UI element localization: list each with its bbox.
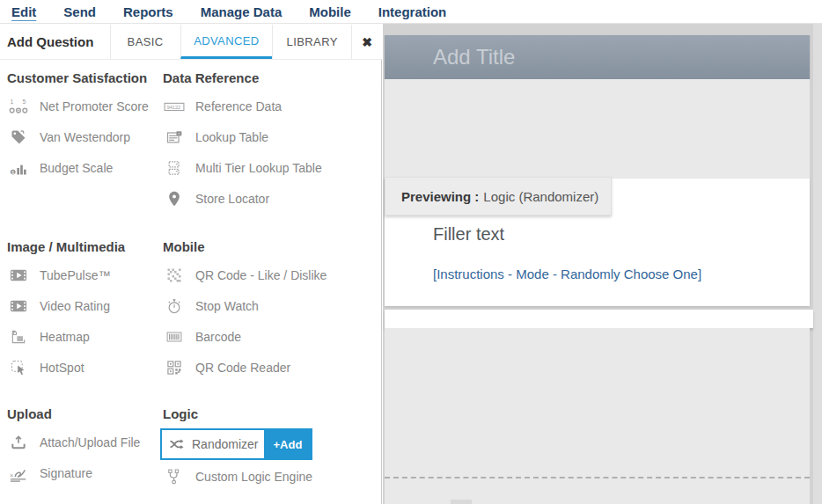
barcode-icon [163, 328, 186, 346]
next-block-strip [385, 310, 813, 328]
item-label: Budget Scale [40, 161, 113, 175]
item-label: Heatmap [40, 330, 90, 344]
tab-advanced[interactable]: ADVANCED [180, 25, 273, 59]
item-label: QR Code - Like / Dislike [195, 268, 327, 282]
reference-data-icon: 94122 [163, 98, 186, 115]
survey-title-bar[interactable]: Add Title [385, 35, 810, 79]
item-attach-upload-file[interactable]: Attach/Upload File [7, 427, 140, 457]
item-stop-watch[interactable]: Stop Watch [163, 290, 327, 321]
page-break-divider [385, 477, 810, 478]
item-label: HotSpot [40, 361, 84, 375]
item-label: Video Rating [40, 299, 110, 313]
top-nav: Edit Send Reports Manage Data Mobile Int… [0, 0, 822, 24]
item-barcode[interactable]: Barcode [163, 321, 327, 352]
item-lookup-table[interactable]: Lookup Table [163, 121, 322, 152]
item-label: Stop Watch [195, 299, 259, 313]
item-label: QR Code Reader [195, 361, 290, 375]
section-data-reference: Data Reference 94122 Reference Data [163, 70, 322, 214]
item-label: Van Westendorp [40, 130, 130, 144]
add-button[interactable]: +Add [264, 430, 311, 458]
qr-code-icon [163, 267, 186, 284]
nav-item-mobile[interactable]: Mobile [309, 4, 351, 19]
nav-item-reports[interactable]: Reports [123, 4, 173, 19]
svg-text:1: 1 [10, 99, 13, 105]
qr-reader-icon [163, 359, 186, 376]
previewing-label: Previewing : [401, 189, 479, 204]
close-icon[interactable]: ✖ [351, 25, 382, 59]
item-multi-tier-lookup-table[interactable]: Multi Tier Lookup Table [163, 152, 322, 183]
item-signature[interactable]: × Signature [7, 457, 140, 488]
section-customer-satisfaction: Customer Satisfaction 1 5 Net Promoter S… [7, 70, 149, 183]
item-qr-code-like-dislike[interactable]: QR Code - Like / Dislike [163, 259, 327, 290]
section-title: Customer Satisfaction [7, 70, 149, 85]
panel-title: Add Question [0, 25, 110, 59]
nav-item-integration[interactable]: Integration [378, 4, 447, 19]
item-budget-scale[interactable]: $ Budget Scale [7, 152, 149, 183]
scrollbar-track[interactable] [813, 24, 822, 504]
svg-text:94122: 94122 [167, 104, 180, 109]
item-reference-data[interactable]: 94122 Reference Data [163, 91, 322, 121]
nps-icon: 1 5 [7, 97, 30, 116]
item-label: TubePulse™ [40, 268, 110, 282]
heatmap-icon [7, 328, 30, 346]
previewing-value: Logic (Randomizer) [483, 189, 598, 204]
item-net-promoter-score[interactable]: 1 5 Net Promoter Score [7, 91, 149, 121]
item-label: Lookup Table [195, 130, 268, 144]
section-title: Data Reference [163, 70, 322, 85]
item-qr-code-reader[interactable]: QR Code Reader [163, 352, 327, 383]
item-video-rating[interactable]: Video Rating [7, 290, 125, 321]
lookup-table-icon [163, 128, 186, 146]
nav-item-manage-data[interactable]: Manage Data [201, 4, 283, 19]
item-label: Attach/Upload File [40, 435, 140, 449]
survey-lower-area [385, 328, 810, 504]
item-label: Randomizer [192, 437, 258, 451]
previewing-tooltip: Previewing : Logic (Randomizer) [385, 177, 612, 215]
item-randomizer[interactable]: Randomizer +Add [160, 428, 312, 460]
svg-text:×: × [10, 471, 13, 478]
map-pin-icon [163, 190, 186, 208]
item-label: Net Promoter Score [40, 99, 149, 113]
tag-icon [7, 128, 30, 146]
item-store-locator[interactable]: Store Locator [163, 183, 322, 214]
item-van-westendorp[interactable]: Van Westendorp [7, 121, 149, 152]
svg-text:5: 5 [23, 99, 26, 105]
item-label: Signature [40, 466, 92, 480]
section-title: Image / Multimedia [7, 239, 125, 254]
item-label: Multi Tier Lookup Table [195, 161, 322, 175]
section-upload: Upload Attach/Upload File × [7, 406, 140, 488]
item-heatmap[interactable]: Heatmap [7, 321, 125, 352]
survey-preview-panel: Add Title Filler text [Instructions - Mo… [383, 24, 822, 504]
survey-builder-app: Edit Send Reports Manage Data Mobile Int… [0, 0, 822, 504]
svg-text:$: $ [11, 169, 14, 174]
nav-item-send[interactable]: Send [63, 4, 96, 19]
tab-library[interactable]: LIBRARY [272, 25, 351, 59]
multi-tier-lookup-icon [163, 159, 186, 177]
item-tubepulse[interactable]: TubePulse™ [7, 259, 125, 290]
survey-description-area [385, 79, 810, 179]
section-logic: Logic Randomizer +Add [163, 406, 312, 492]
survey-title-placeholder: Add Title [385, 45, 515, 69]
item-label: Reference Data [195, 99, 282, 113]
shuffle-icon [165, 435, 188, 453]
item-hotspot[interactable]: HotSpot [7, 352, 125, 383]
budget-scale-icon: $ [7, 159, 30, 177]
upload-icon [7, 434, 30, 451]
section-title: Logic [163, 406, 312, 421]
item-label: Custom Logic Engine [195, 470, 312, 484]
item-label: Store Locator [195, 192, 269, 206]
section-title: Mobile [163, 239, 327, 254]
item-custom-logic-engine[interactable]: Custom Logic Engine [163, 461, 312, 492]
question-title: Filler text [433, 224, 504, 245]
video-icon [7, 297, 30, 315]
item-label: Barcode [195, 330, 241, 344]
section-mobile: Mobile QR Code - Like / Dislike [163, 239, 327, 383]
video-icon [7, 267, 30, 284]
tab-basic[interactable]: BASIC [110, 25, 180, 59]
signature-icon: × [7, 464, 30, 482]
add-question-header: Add Question BASIC ADVANCED LIBRARY ✖ [0, 25, 382, 60]
stopwatch-icon [163, 297, 186, 315]
section-title: Upload [7, 406, 140, 421]
nav-item-edit[interactable]: Edit [11, 4, 36, 19]
section-image-multimedia: Image / Multimedia TubePulse™ [7, 239, 125, 383]
bottom-element-stub [451, 500, 472, 504]
